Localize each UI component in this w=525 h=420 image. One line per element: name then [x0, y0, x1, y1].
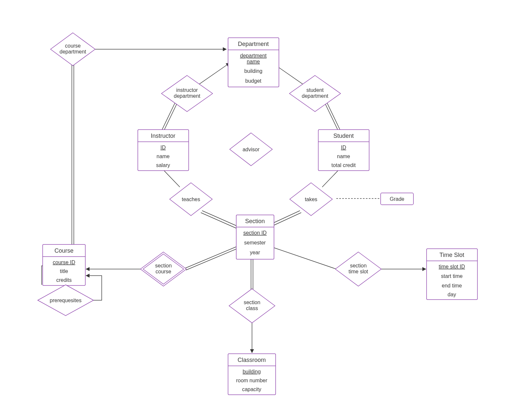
- svg-text:instructor: instructor: [176, 87, 198, 93]
- entity-student: Student ID name total credit: [318, 130, 369, 171]
- svg-text:takes: takes: [305, 197, 317, 202]
- rel-teaches: teaches: [170, 183, 212, 216]
- er-diagram: Department department name building budg…: [0, 0, 525, 420]
- entity-attr: capacity: [242, 387, 262, 392]
- svg-text:student: student: [306, 87, 324, 93]
- entity-attr: total credit: [331, 162, 356, 168]
- rel-course-department: course department: [51, 33, 95, 66]
- rel-instructor-department: instructor department: [161, 75, 213, 112]
- entity-title: Time Slot: [439, 252, 464, 258]
- entity-attr: name: [247, 59, 260, 64]
- svg-line-7: [327, 102, 340, 130]
- svg-text:advisor: advisor: [242, 147, 260, 152]
- entity-attr: salary: [156, 162, 170, 168]
- entity-attr: building: [244, 68, 262, 74]
- svg-text:prerequesites: prerequesites: [50, 298, 82, 303]
- svg-text:time slot: time slot: [348, 269, 368, 274]
- entity-title: Student: [333, 133, 354, 139]
- svg-line-4: [162, 102, 175, 130]
- entity-attr: department: [240, 53, 267, 58]
- svg-line-8: [325, 103, 338, 130]
- entity-attr: name: [157, 154, 170, 159]
- svg-text:department: department: [302, 93, 328, 99]
- svg-line-5: [164, 103, 177, 130]
- rel-student-department: student department: [289, 75, 341, 112]
- entity-course: Course course ID title credits: [43, 244, 85, 285]
- svg-line-9: [164, 171, 180, 187]
- rel-prerequisites: prerequesites: [38, 285, 94, 316]
- svg-text:section: section: [244, 300, 261, 305]
- entity-attr: year: [250, 250, 260, 255]
- attr-grade: Grade: [381, 193, 413, 205]
- entity-attr: budget: [245, 78, 262, 84]
- entity-title: Classroom: [238, 357, 266, 363]
- entity-title: Section: [245, 218, 265, 224]
- rel-section-class: section class: [229, 289, 275, 323]
- entity-attr: section ID: [243, 230, 266, 236]
- entity-timeslot: Time Slot time slot ID start time end ti…: [427, 249, 477, 300]
- svg-line-3: [198, 63, 230, 85]
- entity-instructor: Instructor ID name salary: [138, 130, 189, 171]
- entity-attr: name: [337, 154, 350, 159]
- entity-title: Course: [54, 247, 74, 254]
- rel-section-course: section course: [140, 252, 186, 286]
- svg-line-10: [202, 211, 238, 226]
- entity-section: Section section ID semester year: [236, 215, 274, 259]
- rel-section-timeslot: section time slot: [335, 252, 381, 286]
- svg-text:course: course: [156, 269, 171, 274]
- entity-department: Department department name building budg…: [228, 38, 279, 87]
- rel-takes: takes: [290, 183, 332, 216]
- svg-text:section: section: [350, 263, 367, 268]
- entity-attr: start time: [441, 273, 463, 279]
- entity-title: Department: [238, 41, 269, 47]
- entity-attr: semester: [244, 240, 266, 245]
- svg-line-17: [185, 247, 236, 268]
- entity-classroom: Classroom building room number capacity: [228, 354, 276, 395]
- entity-attr: ID: [341, 145, 346, 150]
- entity-attr: building: [242, 369, 261, 374]
- entity-attr: course ID: [53, 260, 75, 265]
- entity-title: Instructor: [151, 133, 175, 139]
- svg-text:department: department: [174, 93, 200, 99]
- svg-text:department: department: [60, 49, 86, 54]
- svg-line-18: [186, 249, 237, 270]
- svg-line-11: [201, 213, 237, 228]
- rel-advisor: advisor: [230, 133, 272, 166]
- entity-attr: room number: [236, 378, 267, 383]
- svg-text:teaches: teaches: [182, 197, 200, 202]
- entity-attr: time slot ID: [439, 264, 465, 269]
- entity-attr: day: [448, 292, 456, 297]
- svg-text:Grade: Grade: [390, 196, 405, 202]
- svg-line-12: [322, 171, 338, 187]
- svg-text:class: class: [246, 305, 258, 311]
- svg-line-20: [274, 248, 336, 269]
- svg-text:section: section: [155, 263, 172, 268]
- entity-attr: credits: [56, 277, 72, 283]
- entity-attr: end time: [442, 283, 462, 288]
- entity-attr: title: [60, 268, 68, 274]
- svg-text:course: course: [65, 43, 81, 49]
- entity-attr: ID: [160, 145, 166, 150]
